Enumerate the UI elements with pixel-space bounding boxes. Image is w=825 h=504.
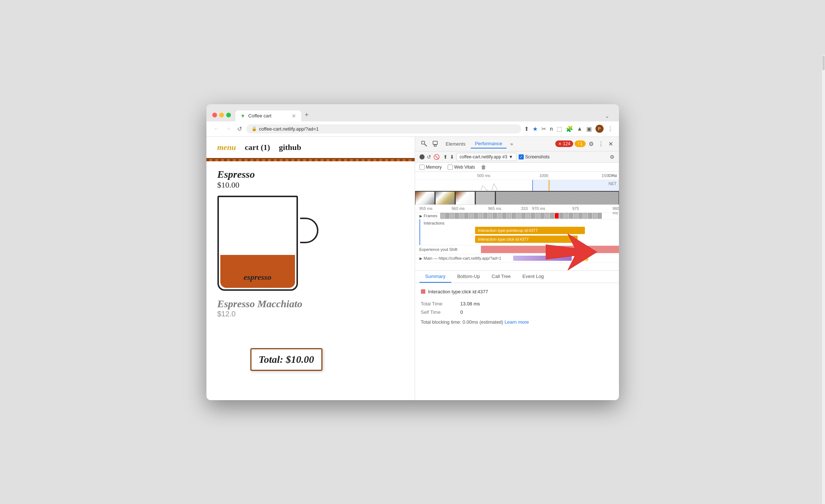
capture-settings-icon[interactable]: ⚙ (610, 154, 615, 160)
maximize-button[interactable] (226, 113, 231, 117)
frame-thumb (483, 213, 488, 219)
web-vitals-label: Web Vitals (454, 165, 475, 170)
frame-thumb (569, 213, 573, 219)
learn-more-link[interactable]: Learn more (505, 319, 529, 325)
puzzle-icon[interactable]: 🧩 (566, 125, 573, 132)
nav-menu-link[interactable]: menu (217, 143, 236, 152)
download-profile-icon[interactable]: ⬇ (450, 154, 454, 160)
devtools-more-icon[interactable]: ⋮ (597, 139, 605, 149)
scissors-icon[interactable]: ✂ (541, 125, 546, 132)
back-button[interactable]: ← (212, 125, 221, 133)
bookmark-icon[interactable]: ★ (533, 125, 538, 132)
screenshots-strip (415, 191, 619, 205)
product-name: Espresso (217, 169, 404, 180)
web-vitals-option[interactable]: Web Vitals (448, 165, 475, 170)
tab-close-icon[interactable]: ✕ (292, 113, 296, 119)
main-block (582, 256, 585, 261)
interaction-pointerup-block[interactable]: Interaction type:pointerup id:4377 (475, 227, 585, 234)
frames-expand-icon[interactable]: ▶ (419, 214, 422, 218)
product-name-2: Espresso Macchiato (217, 298, 404, 310)
event-log-tab[interactable]: Event Log (516, 271, 550, 283)
lock-icon: 🔒 (251, 126, 257, 131)
devtools-close-icon[interactable]: ✕ (607, 139, 615, 149)
tab-title: Coffee cart (248, 113, 271, 119)
target-label: coffee-cart.netlify.app #3 (460, 154, 507, 159)
frames-thumbnails (440, 213, 615, 219)
screenshot-thumb-loading (496, 191, 619, 205)
web-vitals-checkbox[interactable] (448, 165, 453, 170)
summary-title: Interaction type:click id:4377 (428, 289, 488, 294)
frame-thumb (583, 213, 587, 219)
notepads-icon[interactable]: n (550, 126, 553, 132)
clear-recordings-icon[interactable]: 🗑 (481, 164, 486, 170)
share-icon[interactable]: ⬆ (524, 125, 529, 132)
summary-color-indicator (421, 289, 425, 294)
call-tree-tab[interactable]: Call Tree (486, 271, 516, 283)
main-area: menu cart (1) github Espresso $10.00 esp… (206, 137, 619, 400)
total-time-label: Total Time (421, 301, 458, 306)
total-time-row: Total Time 13.08 ms (421, 300, 613, 308)
total-tooltip: Total: $10.00 (250, 348, 322, 371)
tab-more-icon[interactable]: » (507, 140, 516, 148)
zt-980ms: 980 ms (613, 206, 619, 215)
screenshot-thumb (415, 191, 435, 205)
active-tab[interactable]: ▼ Coffee cart ✕ (235, 110, 301, 121)
tab-performance[interactable]: Performance (471, 139, 507, 148)
devtools-panel: Elements Performance » ✕ 124 ! 1 ⚙ ⋮ ✕ (415, 137, 619, 400)
coffee-cup-illustration[interactable]: espresso (217, 196, 305, 298)
target-selector[interactable]: coffee-cart.netlify.app #3 ▼ (456, 153, 516, 161)
nav-github-link[interactable]: github (279, 143, 301, 152)
title-bar: ▼ Coffee cart ✕ + ⌄ (206, 104, 619, 121)
reload-button[interactable]: ↺ (236, 125, 243, 133)
frame-thumb (512, 213, 516, 219)
forward-button[interactable]: → (224, 125, 233, 133)
frame-thumb (450, 213, 454, 219)
devtools-settings-icon[interactable]: ⚙ (587, 139, 595, 149)
screenshots-checkbox-area[interactable]: ✓ Screenshots (519, 154, 550, 159)
memory-checkbox[interactable] (419, 165, 425, 170)
frames-label: Frames (424, 214, 437, 218)
error-count: 124 (563, 141, 570, 146)
frame-thumb (588, 213, 592, 219)
new-tab-button[interactable]: + (301, 109, 313, 121)
experience-row: Experience yout Shift (415, 245, 619, 254)
tabs-chevron-icon[interactable]: ⌄ (601, 110, 613, 121)
memory-option[interactable]: Memory (419, 165, 442, 170)
frame-thumb (559, 213, 564, 219)
record-button[interactable] (419, 154, 425, 159)
inspect-element-icon[interactable] (419, 139, 429, 148)
nav-cart-link[interactable]: cart (1) (245, 143, 270, 152)
device-mode-icon[interactable] (430, 139, 440, 148)
main-thread-label: Main — https://coffee-cart.netlify.app/?… (424, 256, 501, 260)
minimize-button[interactable] (219, 113, 224, 117)
screenshots-label: Screenshots (525, 154, 550, 159)
site-content: Espresso $10.00 espresso Espresso Macchi… (206, 161, 415, 326)
zt-955ms: 955 ms (419, 206, 433, 211)
total-time-value: 13.08 ms (460, 301, 480, 306)
url-bar[interactable]: 🔒 coffee-cart.netlify.app/?ad=1 (246, 124, 522, 133)
perf-timeline[interactable]: 500 ms 1000 1500 ms 2000 ms CPU (415, 172, 619, 205)
close-button[interactable] (212, 113, 217, 117)
frame-thumb (540, 213, 545, 219)
frame-thumb (526, 213, 530, 219)
zt-333: 333 (521, 206, 528, 211)
clear-button[interactable]: 🚫 (433, 154, 440, 160)
site-nav: menu cart (1) github (206, 137, 415, 159)
screenshots-checkbox[interactable]: ✓ (519, 154, 524, 159)
summary-tab[interactable]: Summary (419, 271, 452, 283)
cast-icon[interactable]: ▲ (577, 125, 583, 132)
upload-profile-icon[interactable]: ⬆ (443, 154, 448, 160)
frame-thumb (488, 213, 492, 219)
frame-thumb (469, 213, 473, 219)
reload-profile-button[interactable]: ↺ (427, 154, 431, 160)
interaction-click-block[interactable]: Interaction type:click id:4377 (475, 236, 578, 243)
sidebar-icon[interactable]: ▣ (586, 125, 592, 132)
main-expand-icon[interactable]: ▶ (419, 256, 422, 260)
extensions-icon[interactable]: ⬚ (557, 125, 562, 132)
tab-elements[interactable]: Elements (441, 140, 470, 148)
frame-thumb (464, 213, 469, 219)
browser-menu-icon[interactable]: ⋮ (607, 125, 613, 132)
ruler-500ms: 500 ms (477, 173, 490, 178)
bottom-up-tab[interactable]: Bottom-Up (451, 271, 486, 283)
profile-icon[interactable]: P (596, 125, 604, 133)
